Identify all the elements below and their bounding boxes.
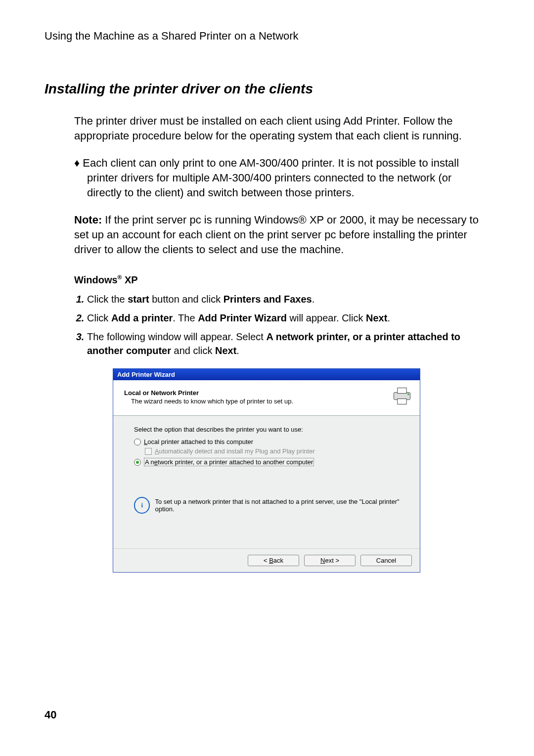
auto-detect-label: Automatically detect and install my Plug…: [155, 447, 315, 455]
bullet-text: Each client can only print to one AM-300…: [83, 157, 459, 198]
t: ext >: [325, 557, 339, 564]
wizard-body: Select the option that describes the pri…: [113, 416, 420, 548]
note-body: If the print server pc is running Window…: [74, 214, 479, 255]
wizard-footer: < Back Next > Cancel: [113, 548, 420, 572]
t: . The: [173, 312, 198, 323]
option-network-label: A network printer, or a printer attached…: [144, 458, 314, 466]
svg-point-3: [407, 394, 409, 396]
wizard-info: i To set up a network printer that is no…: [134, 497, 407, 514]
t: ack: [273, 557, 283, 564]
t: The following window will appear. Select: [87, 331, 266, 342]
wizard-titlebar: Add Printer Wizard: [113, 369, 420, 380]
printer-icon: [391, 385, 413, 408]
add-printer-wizard-window: Add Printer Wizard Local or Network Prin…: [113, 368, 420, 573]
t: will appear. Click: [287, 312, 366, 323]
note-paragraph: Note: If the print server pc is running …: [74, 213, 485, 257]
t: Printers and Faxes: [223, 294, 312, 305]
t: A n: [145, 458, 154, 466]
limitation-bullet: ♦ Each client can only print to one AM-3…: [74, 156, 485, 200]
wizard-prompt: Select the option that describes the pri…: [134, 426, 407, 433]
note-label: Note:: [74, 214, 102, 226]
running-head: Using the Machine as a Shared Printer on…: [44, 30, 490, 43]
page-number: 40: [44, 709, 56, 721]
t: Click the: [87, 294, 128, 305]
ak: A: [155, 447, 159, 455]
back-button[interactable]: < Back: [248, 555, 299, 566]
radio-unselected-icon: [134, 439, 141, 445]
t: utomatically detect and install my Plug …: [159, 447, 315, 455]
t: Next: [215, 345, 236, 356]
radio-selected-icon: [134, 459, 141, 466]
info-icon: i: [134, 497, 150, 514]
ak: N: [320, 557, 325, 564]
os-heading: Windows® XP: [74, 274, 485, 286]
t: .: [236, 345, 239, 356]
svg-rect-1: [398, 388, 406, 394]
t: .: [312, 294, 315, 305]
step-3: The following window will appear. Select…: [87, 330, 485, 357]
auto-detect-checkbox-row: Automatically detect and install my Plug…: [145, 447, 407, 455]
bullet-marker: ♦: [74, 157, 80, 169]
t: Add Printer Wizard: [198, 312, 287, 323]
step-2: Click Add a printer. The Add Printer Wiz…: [87, 311, 485, 325]
svg-rect-2: [398, 399, 406, 404]
wizard-subheading: The wizard needs to know which type of p…: [131, 398, 293, 405]
t: Add a printer: [111, 312, 173, 323]
os-heading-version: XP: [122, 274, 137, 285]
checkbox-disabled-icon: [145, 448, 152, 455]
wizard-heading: Local or Network Printer: [124, 389, 293, 397]
step-1: Click the start button and click Printer…: [87, 292, 485, 306]
wizard-header: Local or Network Printer The wizard need…: [113, 380, 420, 416]
t: button and click: [149, 294, 223, 305]
intro-paragraph: The printer driver must be installed on …: [74, 114, 485, 143]
t: twork printer, or a printer attached to …: [158, 458, 313, 466]
ak: e: [154, 458, 158, 466]
t: Click: [87, 312, 111, 323]
ak: B: [269, 557, 273, 564]
option-local-printer[interactable]: Local printer attached to this computer: [134, 438, 407, 445]
cancel-button[interactable]: Cancel: [360, 555, 412, 566]
os-heading-word: Windows: [74, 274, 118, 285]
wizard-info-text: To set up a network printer that is not …: [155, 498, 407, 513]
steps-list: Click the start button and click Printer…: [74, 292, 485, 357]
next-button[interactable]: Next >: [304, 555, 356, 566]
t: ocal printer attached to this computer: [147, 438, 253, 445]
t: Next: [366, 312, 387, 323]
section-title: Installing the printer driver on the cli…: [44, 81, 490, 97]
t: .: [387, 312, 390, 323]
option-network-printer[interactable]: A network printer, or a printer attached…: [134, 458, 407, 466]
t: start: [128, 294, 149, 305]
t: and click: [171, 345, 215, 356]
option-local-label: Local printer attached to this computer: [144, 438, 253, 445]
